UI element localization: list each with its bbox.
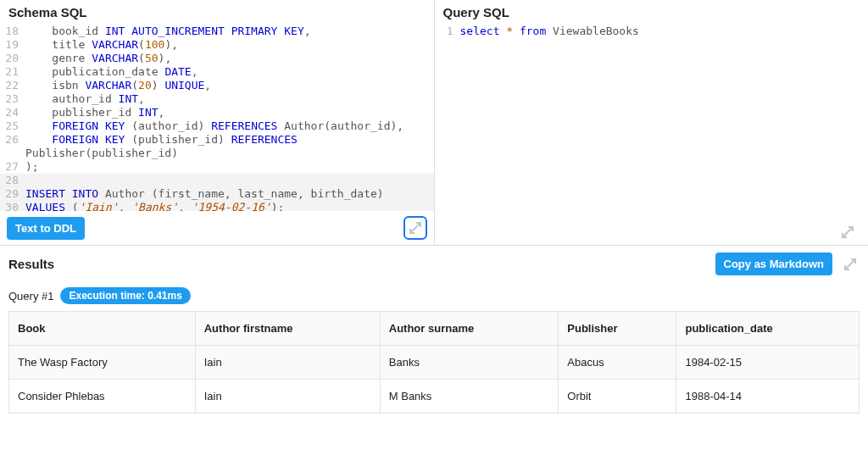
line-number: 26 bbox=[0, 133, 22, 147]
query-sql-panel: Query SQL 1select * from ViewableBooks bbox=[435, 0, 869, 245]
line-number: 22 bbox=[0, 79, 22, 92]
table-cell: Consider Phlebas bbox=[9, 380, 196, 413]
code-content[interactable] bbox=[22, 174, 25, 187]
schema-sql-panel: Schema SQL 18 book_id INT AUTO_INCREMENT… bbox=[0, 0, 435, 245]
code-content[interactable]: FOREIGN KEY (publisher_id) REFERENCES bbox=[22, 133, 298, 147]
code-line[interactable]: 29INSERT INTO Author (first_name, last_n… bbox=[0, 187, 434, 201]
code-line[interactable]: Publisher(publisher_id) bbox=[0, 147, 434, 160]
code-content[interactable]: VALUES ('Iain', 'Banks', '1954-02-16'); bbox=[22, 201, 284, 211]
code-content[interactable]: select * from ViewableBooks bbox=[457, 25, 639, 38]
code-line[interactable]: 21 publication_date DATE, bbox=[0, 65, 434, 79]
code-line[interactable]: 20 genre VARCHAR(50), bbox=[0, 52, 434, 65]
code-line[interactable]: 18 book_id INT AUTO_INCREMENT PRIMARY KE… bbox=[0, 25, 434, 38]
line-number: 29 bbox=[0, 187, 22, 201]
code-line[interactable]: 28 bbox=[0, 174, 434, 187]
line-number: 18 bbox=[0, 25, 22, 38]
expand-results-button[interactable] bbox=[841, 255, 860, 274]
column-header: Author surname bbox=[380, 312, 559, 346]
line-number bbox=[0, 147, 22, 160]
table-cell: 1984-02-15 bbox=[676, 346, 860, 380]
column-header: Author firstname bbox=[195, 312, 380, 346]
column-header: Publisher bbox=[559, 312, 676, 346]
expand-icon bbox=[842, 226, 854, 238]
code-content[interactable]: genre VARCHAR(50), bbox=[22, 52, 171, 65]
column-header: publication_date bbox=[676, 312, 860, 346]
query-editor[interactable]: 1select * from ViewableBooks bbox=[435, 23, 869, 245]
line-number: 1 bbox=[435, 25, 457, 38]
table-cell: Iain bbox=[195, 346, 380, 380]
code-line[interactable]: 22 isbn VARCHAR(20) UNIQUE, bbox=[0, 79, 434, 92]
code-line[interactable]: 30VALUES ('Iain', 'Banks', '1954-02-16')… bbox=[0, 201, 434, 211]
line-number: 20 bbox=[0, 52, 22, 65]
table-cell: Iain bbox=[195, 380, 380, 413]
table-cell: M Banks bbox=[380, 380, 559, 413]
query-panel-title: Query SQL bbox=[435, 0, 869, 23]
code-content[interactable]: ); bbox=[22, 160, 39, 174]
line-number: 27 bbox=[0, 160, 22, 174]
code-content[interactable]: INSERT INTO Author (first_name, last_nam… bbox=[22, 187, 384, 201]
table-cell: The Wasp Factory bbox=[9, 346, 196, 380]
table-row: The Wasp FactoryIainBanksAbacus1984-02-1… bbox=[9, 346, 860, 380]
results-table: BookAuthor firstnameAuthor surnamePublis… bbox=[8, 311, 860, 413]
expand-query-button[interactable] bbox=[836, 220, 860, 244]
code-content[interactable]: Publisher(publisher_id) bbox=[22, 147, 178, 160]
code-content[interactable]: publication_date DATE, bbox=[22, 65, 198, 79]
line-number: 23 bbox=[0, 92, 22, 106]
column-header: Book bbox=[9, 312, 196, 346]
code-line[interactable]: 25 FOREIGN KEY (author_id) REFERENCES Au… bbox=[0, 119, 434, 133]
table-cell: 1988-04-14 bbox=[676, 380, 860, 413]
line-number: 24 bbox=[0, 106, 22, 119]
expand-schema-button[interactable] bbox=[403, 216, 427, 240]
line-number: 21 bbox=[0, 65, 22, 79]
code-line[interactable]: 19 title VARCHAR(100), bbox=[0, 38, 434, 52]
code-line[interactable]: 23 author_id INT, bbox=[0, 92, 434, 106]
code-line[interactable]: 26 FOREIGN KEY (publisher_id) REFERENCES bbox=[0, 133, 434, 147]
code-line[interactable]: 24 publisher_id INT, bbox=[0, 106, 434, 119]
copy-as-markdown-button[interactable]: Copy as Markdown bbox=[715, 252, 832, 275]
schema-panel-title: Schema SQL bbox=[0, 0, 434, 23]
table-row: Consider PhlebasIainM BanksOrbit1988-04-… bbox=[9, 380, 860, 413]
expand-icon bbox=[409, 222, 421, 234]
execution-time-pill: Execution time: 0.41ms bbox=[60, 287, 190, 304]
table-cell: Abacus bbox=[559, 346, 676, 380]
code-content[interactable]: publisher_id INT, bbox=[22, 106, 164, 119]
results-section: Results Copy as Markdown Query #1 Execut… bbox=[0, 246, 868, 430]
code-content[interactable]: author_id INT, bbox=[22, 92, 145, 106]
text-to-ddl-button[interactable]: Text to DDL bbox=[7, 217, 85, 240]
code-content[interactable]: FOREIGN KEY (author_id) REFERENCES Autho… bbox=[22, 119, 403, 133]
line-number: 25 bbox=[0, 119, 22, 133]
table-cell: Banks bbox=[380, 346, 559, 380]
code-line[interactable]: 27); bbox=[0, 160, 434, 174]
code-line[interactable]: 1select * from ViewableBooks bbox=[435, 25, 869, 38]
results-title: Results bbox=[8, 257, 715, 271]
code-content[interactable]: book_id INT AUTO_INCREMENT PRIMARY KEY, bbox=[22, 25, 311, 38]
schema-editor[interactable]: 18 book_id INT AUTO_INCREMENT PRIMARY KE… bbox=[0, 23, 434, 211]
code-content[interactable]: title VARCHAR(100), bbox=[22, 38, 178, 52]
line-number: 19 bbox=[0, 38, 22, 52]
line-number: 28 bbox=[0, 174, 22, 187]
line-number: 30 bbox=[0, 201, 22, 211]
expand-icon bbox=[844, 258, 856, 270]
code-content[interactable]: isbn VARCHAR(20) UNIQUE, bbox=[22, 79, 211, 92]
table-cell: Orbit bbox=[559, 380, 676, 413]
query-number-label: Query #1 bbox=[8, 290, 53, 302]
